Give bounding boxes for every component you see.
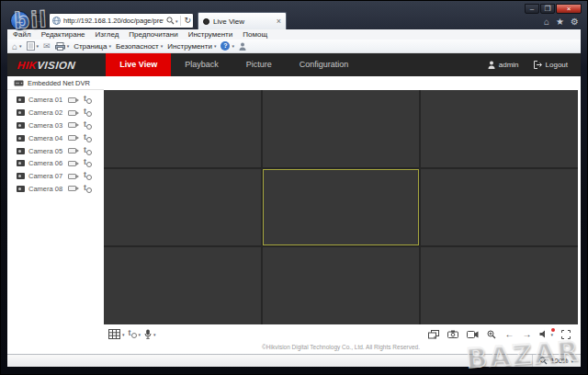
camera-label[interactable]: Camera 06 bbox=[28, 159, 64, 167]
camera-record-icon[interactable] bbox=[84, 159, 92, 167]
browser-zoom-control[interactable]: 100% ▾ bbox=[532, 355, 581, 367]
video-cell[interactable] bbox=[421, 247, 578, 324]
minimize-button[interactable]: – bbox=[525, 4, 539, 14]
home-button[interactable]: ⌂ ▾ bbox=[12, 41, 22, 51]
camera-label[interactable]: Camera 05 bbox=[28, 147, 64, 155]
address-bar[interactable]: http://192.168.1.20/doc/page/preview.asp… bbox=[49, 13, 194, 28]
maximize-button[interactable]: ❐ bbox=[540, 4, 555, 14]
camera-stream-icon[interactable] bbox=[68, 122, 76, 128]
stop-all-button[interactable] bbox=[428, 330, 439, 339]
browser-tab[interactable]: Live View × bbox=[198, 12, 287, 29]
camera-stream-icon[interactable] bbox=[68, 135, 76, 141]
feeds-button[interactable]: ▾ bbox=[27, 41, 40, 51]
logout-button[interactable]: Logout bbox=[534, 61, 568, 69]
tools-menu[interactable]: Инструменти ▾ bbox=[167, 42, 216, 51]
camera-stream-icon[interactable] bbox=[68, 161, 76, 166]
record-button[interactable] bbox=[467, 331, 479, 338]
camera-list-item[interactable]: Camera 01 bbox=[7, 94, 104, 107]
refresh-icon[interactable]: ↻ bbox=[184, 14, 191, 28]
full-screen-button[interactable] bbox=[561, 330, 571, 339]
camera-label[interactable]: Camera 08 bbox=[28, 185, 64, 193]
camera-record-icon[interactable] bbox=[84, 147, 92, 155]
close-button[interactable]: × bbox=[556, 4, 582, 14]
video-cell[interactable] bbox=[263, 247, 420, 324]
camera-record-icon[interactable] bbox=[84, 121, 92, 130]
menu-tools[interactable]: Инструменти bbox=[188, 30, 233, 39]
account-button[interactable] bbox=[239, 42, 246, 51]
camera-list-item[interactable]: Camera 02 bbox=[7, 107, 104, 119]
camera-label[interactable]: Camera 04 bbox=[28, 134, 64, 142]
stream-type-button[interactable]: ▾ bbox=[129, 330, 141, 338]
camera-record-icon[interactable] bbox=[84, 172, 92, 180]
video-cell[interactable] bbox=[104, 90, 261, 167]
read-mail-button[interactable]: ✉ bbox=[43, 41, 51, 51]
url-text[interactable]: http://192.168.1.20/doc/page/preview.asp bbox=[63, 17, 164, 25]
tab-playback[interactable]: Playback bbox=[171, 53, 232, 76]
camera-list-item[interactable]: Camera 06 bbox=[7, 157, 104, 170]
favorites-star-icon[interactable]: ★ bbox=[556, 17, 564, 28]
tab-title[interactable]: Live View bbox=[213, 17, 273, 26]
page-menu[interactable]: Страница ▾ bbox=[74, 42, 111, 51]
camera-stream-icon[interactable] bbox=[68, 148, 76, 153]
menu-edit[interactable]: Редактиране bbox=[41, 30, 85, 39]
camera-label[interactable]: Camera 03 bbox=[28, 121, 64, 130]
window-division-button[interactable]: ▾ bbox=[108, 329, 125, 339]
camera-label[interactable]: Camera 02 bbox=[28, 108, 64, 117]
camera-record-icon[interactable] bbox=[84, 134, 92, 142]
tab-live-view[interactable]: Live View bbox=[106, 53, 171, 76]
video-cell[interactable] bbox=[104, 247, 261, 324]
camera-label[interactable]: Camera 01 bbox=[28, 96, 64, 104]
video-cell-selected[interactable] bbox=[263, 169, 420, 246]
camera-record-icon[interactable] bbox=[84, 96, 92, 104]
next-page-icon[interactable]: → bbox=[522, 330, 531, 339]
caret-icon: ▾ bbox=[67, 43, 70, 49]
tab-picture[interactable]: Picture bbox=[232, 53, 286, 76]
camera-stream-icon[interactable] bbox=[68, 174, 76, 179]
menu-bar: Файл Редактиране Изглед Предпочитани Инс… bbox=[7, 29, 581, 40]
forward-button[interactable]: → bbox=[31, 14, 45, 28]
caret-icon: ▾ bbox=[161, 43, 164, 49]
menu-favorites[interactable]: Предпочитани bbox=[129, 30, 177, 39]
two-way-audio-button[interactable]: ▾ bbox=[144, 329, 156, 339]
camera-list-item[interactable]: Camera 03 bbox=[7, 119, 104, 132]
camera-record-icon[interactable] bbox=[84, 108, 92, 117]
video-cell[interactable] bbox=[421, 169, 578, 246]
back-button[interactable]: ← bbox=[10, 11, 29, 30]
settings-gear-icon[interactable]: ⚙ bbox=[571, 17, 579, 28]
caret-icon: ▾ bbox=[153, 332, 156, 337]
window-controls: – ❐ × bbox=[525, 4, 582, 14]
video-cell[interactable] bbox=[263, 90, 420, 167]
menu-help[interactable]: Помощ bbox=[243, 30, 267, 39]
status-bar: 100% ▾ bbox=[7, 354, 581, 367]
camera-list-item[interactable]: Camera 04 bbox=[7, 131, 104, 144]
safety-menu[interactable]: Безопасност ▾ bbox=[116, 42, 163, 51]
camera-list-item[interactable]: Camera 08 bbox=[7, 183, 104, 196]
print-button[interactable]: ▾ bbox=[55, 42, 70, 51]
search-icon[interactable]: ▾ bbox=[166, 17, 178, 25]
device-node[interactable]: Embedded Net DVR bbox=[7, 76, 104, 90]
menu-file[interactable]: Файл bbox=[13, 30, 31, 39]
camera-stream-icon[interactable] bbox=[68, 186, 76, 191]
capture-button[interactable] bbox=[447, 330, 458, 338]
camera-label[interactable]: Camera 07 bbox=[28, 172, 64, 180]
device-name: Embedded Net DVR bbox=[28, 79, 90, 87]
previous-page-icon[interactable]: ← bbox=[504, 330, 514, 339]
menu-view[interactable]: Изглед bbox=[96, 30, 119, 39]
help-button[interactable]: ? ▾ bbox=[220, 41, 234, 51]
camera-stream-icon[interactable] bbox=[68, 110, 76, 116]
record-camcorder-icon bbox=[467, 331, 479, 338]
fullscreen-icon bbox=[561, 330, 571, 339]
camera-record-icon[interactable] bbox=[84, 185, 92, 193]
camera-list-item[interactable]: Camera 05 bbox=[7, 144, 104, 157]
search-dropdown-icon[interactable]: ▾ bbox=[175, 18, 178, 24]
tab-configuration[interactable]: Configuration bbox=[286, 53, 363, 76]
audio-volume-button[interactable]: ▾ bbox=[539, 330, 553, 338]
video-cell[interactable] bbox=[421, 90, 578, 167]
camera-stream-icon[interactable] bbox=[68, 97, 76, 103]
home-icon[interactable]: ⌂ bbox=[544, 17, 549, 28]
video-cell[interactable] bbox=[104, 169, 261, 246]
viewer-toolbar: ▾ ▾ ▾ bbox=[104, 326, 578, 342]
digital-zoom-button[interactable] bbox=[487, 330, 496, 339]
camera-list-item[interactable]: Camera 07 bbox=[7, 170, 104, 183]
tab-close-icon[interactable]: × bbox=[277, 17, 281, 26]
